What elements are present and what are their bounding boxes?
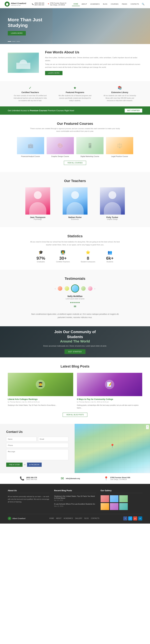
stat-campuses-number: 8: [81, 256, 95, 261]
avatar-2[interactable]: [64, 286, 69, 291]
svg-rect-0: [75, 424, 150, 473]
banner-text: Get Unlimited Access to Premium Courses …: [8, 110, 74, 112]
footer-gallery-col: Our Gallery: [101, 489, 142, 510]
footer-phone-value2: (805) 990-430: [26, 478, 37, 480]
header: Albert Crawford Attorney at Law 📞 (800) …: [0, 0, 150, 8]
course-name-3: Digital Marketing Course: [76, 156, 104, 157]
logo: Albert Crawford Attorney at Law: [5, 2, 26, 6]
testimonial-prev-arrow[interactable]: ‹: [55, 287, 56, 290]
hero-section: More Than Just Studying LEARN MORE: [0, 8, 150, 44]
stat-graduates-number: 97%: [36, 256, 45, 261]
stat-teachers: 👨‍🏫 30+ Certified Teachers: [56, 250, 70, 263]
view-all-courses-button[interactable]: VIEW ALL COURSES: [64, 161, 86, 165]
contact-name-input[interactable]: [6, 437, 36, 442]
google-plus-icon[interactable]: g+: [133, 516, 137, 520]
footer-blog-item-2: 6 Law Schools Where Pre-Law Excellent St…: [54, 503, 96, 507]
nav-about[interactable]: About: [80, 2, 88, 6]
hero-content: More Than Just Studying LEARN MORE: [0, 12, 50, 40]
gallery-thumb-3: [119, 495, 128, 502]
cta-get-started-button[interactable]: GET STARTED: [64, 349, 86, 354]
footer: About Us All our teachers personally sel…: [0, 484, 150, 524]
map-pin: 📍: [110, 444, 115, 448]
avatar-5[interactable]: [88, 286, 93, 291]
blog-title-2[interactable]: 6 Ways to Pay for Community College: [77, 398, 142, 400]
blog-img-2: 📝: [77, 373, 142, 396]
footer-phone: 📞 (800) 566-378 (805) 990-430: [20, 476, 37, 481]
feature-programs-title: Featured Programs: [57, 91, 93, 94]
footer-blog-title-2[interactable]: 6 Law Schools Where Pre-Law Excellent St…: [54, 503, 96, 505]
blog-card-2: 📝 6 Ways to Pay for Community College by…: [77, 373, 142, 409]
teacher-name-2: Nathan Porter: [60, 216, 91, 218]
cta-title: Join Our Community of: [54, 330, 96, 334]
blog-text-1: Studying in the United States, Top 10 Fa…: [8, 404, 73, 406]
footer-nav-home[interactable]: Home: [49, 518, 54, 519]
contact-form-actions: FIND A TUTOR or ⊞ FACEBOOK: [6, 462, 68, 467]
footer-nav-academics[interactable]: Academics: [64, 518, 73, 519]
footer-social: f t g+ in: [123, 516, 142, 520]
courses-subtitle: These courses are created through a rigo…: [28, 127, 122, 133]
twitter-icon[interactable]: t: [128, 516, 132, 520]
footer-nav: Home About Academics Gallery Blog Contac…: [49, 518, 99, 519]
teachers-icon: 👨‍🏫: [56, 250, 70, 254]
contact-phone-input[interactable]: [6, 443, 68, 448]
hero-learn-more-button[interactable]: LEARN MORE: [8, 31, 26, 36]
contact-email-input[interactable]: [38, 437, 68, 442]
contact-message-input[interactable]: [6, 449, 68, 460]
footer-address-value: 5700 Funston Street #6A: [110, 476, 130, 478]
course-img-4: ⚖️: [106, 137, 133, 154]
footer-nav-about[interactable]: About: [56, 518, 61, 519]
course-card-3: 📱 Digital Marketing Course: [76, 137, 104, 157]
footer-nav-contacts[interactable]: Contacts: [91, 518, 99, 519]
contact-form-area: Contact Us FIND A TUTOR or ⊞ FACEBOOK: [0, 424, 75, 473]
view-all-blogs-button[interactable]: VIEW ALL BLOG POSTS: [63, 413, 87, 417]
banner-highlight: Premium Courses: [30, 110, 47, 112]
linkedin-icon[interactable]: in: [138, 516, 142, 520]
gallery-thumb-6: [119, 503, 128, 510]
courses-grid: 💼 Financial Analyst Course 🎨 Graphic Des…: [8, 137, 142, 157]
nav-pages[interactable]: Pages: [120, 2, 129, 6]
search-icon[interactable]: 🔍: [141, 2, 145, 6]
teachers-title: Our Teachers: [8, 179, 142, 183]
cta-title2: Students: [67, 335, 83, 339]
nav-courses[interactable]: Courses: [109, 2, 120, 6]
get-started-banner-button[interactable]: GET STARTED: [125, 108, 142, 112]
footer-gallery-grid: [101, 495, 142, 510]
courses-title: Our Featured Courses: [8, 122, 142, 126]
about-learn-more-button[interactable]: LEARN MORE: [45, 71, 62, 75]
nav-contacts[interactable]: Contacts: [129, 2, 141, 6]
phone-icon: 📞: [32, 3, 34, 5]
stat-students-number: 6k+: [106, 256, 114, 261]
feature-certified-text: Our team consists of more than 30 certif…: [12, 94, 48, 102]
library-icon: 📚: [102, 86, 138, 90]
avatar-3-active[interactable]: [71, 284, 79, 292]
teachers-section: Our Teachers Jean Thompson Psychology Na…: [0, 172, 150, 227]
teacher-subject-1: Psychology: [22, 218, 53, 220]
blog-img-1: 👨‍🎓: [8, 373, 73, 396]
facebook-button[interactable]: ⊞ FACEBOOK: [27, 462, 42, 467]
contact-title: Contact Us: [6, 430, 68, 434]
about-section: Few Words About Us Aloe ferox pillae, fa…: [0, 44, 150, 82]
contact-section: Contact Us FIND A TUTOR or ⊞ FACEBOOK 📍 …: [0, 424, 150, 473]
footer-bottom: ✓ Albert Crawford Home About Academics G…: [8, 514, 142, 520]
footer-nav-blog[interactable]: Blog: [84, 518, 89, 519]
find-tutor-button[interactable]: FIND A TUTOR: [6, 462, 22, 467]
avatar-1[interactable]: [57, 286, 63, 291]
footer-nav-gallery[interactable]: Gallery: [75, 518, 82, 519]
testimonial-active-name: Nelly McMillan: [8, 295, 142, 298]
footer-blog-title-1[interactable]: Studying in the United States: Top 10 Fa…: [54, 495, 96, 499]
avatar-4[interactable]: [81, 286, 86, 291]
blog-title-1[interactable]: Liberal Arts Colleges Rankings: [8, 398, 73, 400]
facebook-icon[interactable]: f: [123, 516, 127, 520]
nav-home[interactable]: Home: [72, 2, 80, 6]
testimonials-section: Testimonials ‹ › Nelly McMillan Lorem ip…: [0, 270, 150, 326]
quote-open: ": [8, 305, 142, 311]
header-city: San Diego, CA 94019: [50, 4, 66, 6]
testimonial-next-arrow[interactable]: ›: [94, 287, 95, 290]
nav-blog[interactable]: Blog: [102, 2, 109, 6]
star-icon: ★: [57, 86, 93, 90]
hero-title: More Than Just Studying: [8, 17, 42, 28]
hero-dots: [8, 41, 20, 42]
nav-academics[interactable]: Academics: [89, 2, 101, 6]
blog-meta-2: by Thomas Barnes | Jan 31, 2019 at 10:24…: [77, 401, 142, 403]
main-nav: Home About Academics Blog Courses Pages …: [72, 2, 145, 6]
